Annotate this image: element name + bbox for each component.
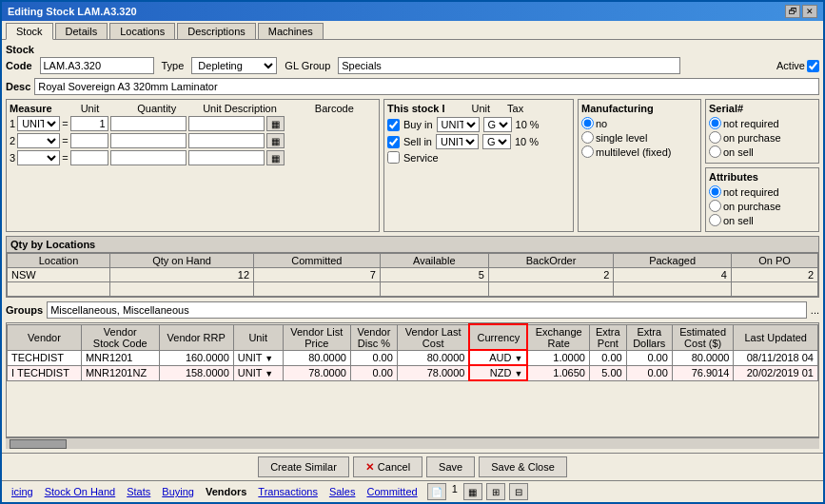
barcode-btn-2[interactable]: ▦ (266, 133, 285, 148)
eq-1: = (62, 118, 68, 129)
td-stock-code-1: MNR1201 (81, 350, 159, 365)
mfg-no-radio[interactable] (581, 117, 594, 129)
create-similar-button[interactable]: Create Similar (258, 456, 349, 477)
gl-group-label: GL Group (285, 60, 330, 71)
measure-row-3: 3 = ▦ (10, 150, 376, 165)
barcode-1[interactable] (188, 116, 265, 131)
close-button[interactable]: ✕ (802, 5, 817, 18)
qty-input-1[interactable] (70, 116, 108, 131)
grid-icon[interactable]: ⊟ (509, 483, 528, 500)
sell-in-checkbox[interactable] (387, 136, 400, 148)
attr-on-purchase-radio[interactable] (709, 200, 721, 212)
serial-not-required-radio[interactable] (709, 117, 721, 129)
stock-info-row: Code Type Depleting GL Group Active (6, 57, 819, 74)
td-stock-code-2: MNR1201NZ (81, 365, 159, 380)
tab-details[interactable]: Details (55, 23, 108, 39)
save-button[interactable]: Save (426, 456, 475, 477)
bottom-tab-buying[interactable]: Buying (156, 485, 200, 498)
unit-desc-2[interactable] (110, 133, 187, 148)
groups-dots[interactable]: ... (811, 304, 819, 316)
horizontal-scrollbar[interactable] (6, 437, 819, 449)
serial-on-purchase-radio[interactable] (709, 131, 721, 144)
tab-locations[interactable]: Locations (109, 23, 175, 39)
buy-in-row: Buy in UNIT G 10 % (387, 117, 570, 132)
td-extra-dollars-1: 0.00 (626, 350, 672, 365)
barcode-2[interactable] (188, 133, 265, 148)
vendor-table-wrapper[interactable]: Vendor VendorStock Code Vendor RRP Unit … (7, 323, 818, 436)
th-packaged: Packaged (614, 254, 732, 268)
th-extra-pcnt: ExtraPcnt (589, 324, 626, 350)
action-buttons: Create Similar ✕ Cancel Save Save & Clos… (2, 453, 823, 480)
unit-desc-3[interactable] (110, 150, 187, 165)
bottom-tab-stats[interactable]: Stats (121, 485, 156, 498)
bottom-tab-transactions[interactable]: Transactions (252, 485, 324, 498)
buy-in-tax[interactable]: G (483, 117, 512, 132)
network-icon[interactable]: ⊞ (486, 483, 505, 500)
th-committed: Committed (254, 254, 381, 268)
restore-button[interactable]: 🗗 (785, 5, 800, 18)
attr-on-sell-radio[interactable] (709, 214, 721, 226)
bottom-tab-vendors[interactable]: Vendors (200, 485, 252, 498)
bottom-tab-icing[interactable]: icing (6, 485, 39, 498)
unit-select-3[interactable] (17, 150, 60, 165)
td-vendor-2: I TECHDIST (8, 365, 82, 380)
groups-row: Groups ... (6, 301, 819, 319)
page-icon[interactable]: 📄 (427, 483, 446, 500)
type-select[interactable]: Depleting (191, 57, 277, 74)
th-vendor-last-cost: Vendor LastCost (397, 324, 469, 350)
attr-not-required-radio[interactable] (709, 185, 721, 198)
gl-group-input[interactable] (338, 57, 680, 74)
th-est-cost: EstimatedCost ($) (672, 324, 734, 350)
barcode-icon[interactable]: ▦ (463, 483, 482, 500)
stock-i-header: This stock I (387, 103, 445, 114)
qty-header: Qty by Locations (7, 237, 818, 253)
vendor-row-1[interactable]: TECHDIST MNR1201 160.0000 UNIT ▼ 80.0000… (8, 350, 818, 365)
buy-in-checkbox[interactable] (387, 119, 400, 131)
stock-i-box: This stock I Unit Tax Buy in UNIT G 10 %… (383, 99, 574, 232)
measure-num-3: 3 (10, 152, 15, 164)
vendor-row-2[interactable]: I TECHDIST MNR1201NZ 158.0000 UNIT ▼ 78.… (8, 365, 818, 380)
cancel-icon: ✕ (365, 461, 374, 474)
service-checkbox[interactable] (387, 151, 400, 164)
unit-select-1[interactable]: UNIT (17, 116, 60, 131)
groups-input[interactable] (47, 301, 807, 319)
measure-num-2: 2 (10, 135, 15, 146)
unit-select-2[interactable] (17, 133, 60, 148)
save-close-button[interactable]: Save & Close (479, 456, 567, 477)
serial-on-sell: on sell (709, 145, 815, 158)
serial-on-sell-radio[interactable] (709, 145, 721, 158)
sell-in-tax[interactable]: G (482, 134, 511, 149)
mfg-single-radio[interactable] (581, 131, 594, 144)
eq-3: = (62, 152, 68, 164)
buy-in-unit[interactable]: UNIT (437, 117, 480, 132)
barcode-btn-1[interactable]: ▦ (266, 116, 285, 131)
title-bar-buttons: 🗗 ✕ (785, 5, 817, 18)
barcode-btn-3[interactable]: ▦ (266, 150, 285, 165)
active-checkbox[interactable] (807, 60, 819, 72)
cancel-button[interactable]: ✕ Cancel (353, 456, 422, 477)
tab-descriptions[interactable]: Descriptions (177, 23, 256, 39)
th-vendor-list-price: Vendor ListPrice (283, 324, 350, 350)
code-input[interactable] (40, 57, 154, 74)
desc-input[interactable] (34, 78, 819, 95)
mfg-multilevel-radio[interactable] (581, 145, 594, 158)
bottom-tab-stock-on-hand[interactable]: Stock On Hand (39, 485, 122, 498)
measure-row-1: 1 UNIT = ▦ (10, 116, 376, 131)
mfg-no-option: no (581, 117, 697, 129)
qty-input-3[interactable] (70, 150, 108, 165)
unit-desc-1[interactable] (110, 116, 187, 131)
td-qty-on-hand: 12 (109, 268, 253, 282)
barcode-3[interactable] (188, 150, 265, 165)
sell-in-unit[interactable]: UNIT (436, 134, 479, 149)
content-area: Stock Code Type Depleting GL Group Activ… (2, 40, 823, 453)
bottom-tab-sales[interactable]: Sales (324, 485, 362, 498)
active-checkbox-group: Active (776, 60, 819, 72)
active-label: Active (776, 60, 805, 71)
td-disc-2: 0.00 (350, 365, 397, 380)
tab-machines[interactable]: Machines (258, 23, 324, 39)
qty-input-2[interactable] (70, 133, 108, 148)
scrollbar-thumb[interactable] (10, 439, 67, 449)
th-vendor-rrp: Vendor RRP (159, 324, 233, 350)
tab-stock[interactable]: Stock (6, 23, 53, 40)
bottom-tab-committed[interactable]: Committed (361, 485, 422, 498)
